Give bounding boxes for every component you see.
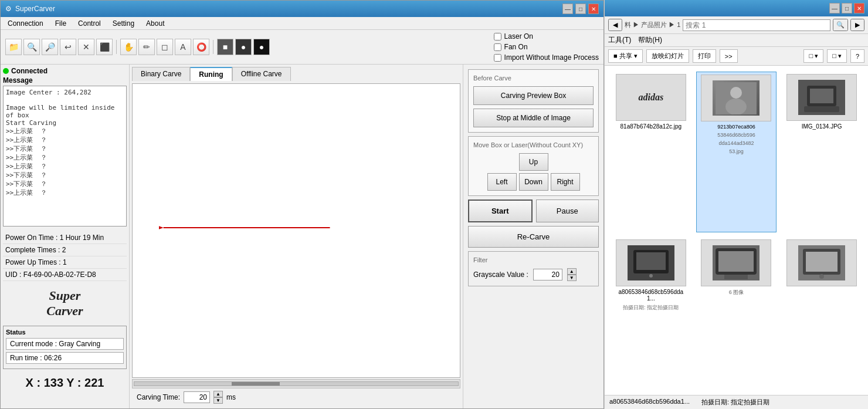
maximize-button[interactable]: □ <box>575 4 586 14</box>
fb-search-btn[interactable]: 🔍 <box>833 19 848 31</box>
toolbar-dot2[interactable]: ● <box>253 39 270 55</box>
fb-search-input[interactable] <box>683 19 830 31</box>
fb-close-btn[interactable]: ✕ <box>854 3 864 13</box>
toolbar: 📁 🔍 🔎 ↩ ✕ ⬛ ✋ ✏ ◻ A ⭕ ■ ● ● <box>5 39 482 55</box>
fb-path-label: 料 ▶ 产品照片 ▶ 1 <box>625 21 680 29</box>
import-without-checkbox[interactable]: Import Without Image Process <box>494 53 599 62</box>
fb-slideshow-btn[interactable]: 放映幻灯片 <box>646 49 689 63</box>
carving-preview-btn[interactable]: Carving Preview Box <box>473 86 594 105</box>
recarve-button[interactable]: Re-Carve <box>468 226 599 248</box>
fb-help-btn[interactable]: ? <box>850 49 864 63</box>
app-icon: ⚙ <box>5 5 12 13</box>
fb-share-btn[interactable]: ■ 共享 ▾ <box>608 49 643 63</box>
laser-on-input[interactable] <box>494 33 501 40</box>
toolbar-pencil[interactable]: ✏ <box>138 39 155 55</box>
fb-item-6[interactable] <box>781 237 862 389</box>
status-group-label: Status <box>6 329 124 336</box>
close-button[interactable]: ✕ <box>588 4 599 14</box>
grayscale-label: Grayscale Value : <box>473 271 528 279</box>
carving-time-input[interactable] <box>184 391 210 403</box>
laser-on-checkbox[interactable]: Laser On <box>494 32 599 40</box>
menu-about[interactable]: About <box>141 18 169 29</box>
fb-item-3[interactable]: IMG_0134.JPG <box>781 72 862 232</box>
fan-on-input[interactable] <box>494 43 501 51</box>
checkbox-area: Laser On Fan On Import Without Image Pro… <box>494 32 599 62</box>
fb-forward-btn[interactable]: ▶ <box>850 19 864 31</box>
toolbar-zoom-in[interactable]: 🔍 <box>23 39 40 55</box>
center-panel: Binary Carve Runing Offline Carve <box>130 65 463 408</box>
toolbar-hand[interactable]: ✋ <box>120 39 137 55</box>
fb-view-btn2[interactable]: □ ▾ <box>827 49 847 63</box>
menu-connection[interactable]: Connection <box>3 18 48 29</box>
toolbar-sq1[interactable]: ■ <box>217 39 233 55</box>
message-container: Image Center : 264,282 Image will be lim… <box>3 86 127 228</box>
fb-item-2[interactable]: 9213b07eca806 53846d68cb596 dda144ad3482… <box>696 72 777 232</box>
tabs: Binary Carve Runing Offline Carve <box>132 67 460 81</box>
fb-item-name-4: a80653846d68cb596dda1... <box>616 289 686 302</box>
fb-maximize-btn[interactable]: □ <box>842 3 852 13</box>
connected-indicator <box>3 68 9 74</box>
fb-image-grid: adidas 81a87b674b28a12c.jpg 9213b07e <box>605 66 868 395</box>
message-box[interactable]: Image Center : 264,282 Image will be lim… <box>3 86 127 227</box>
logo: Super Carver <box>3 288 127 319</box>
title-bar: ⚙ SuperCarver — □ ✕ <box>1 1 603 17</box>
toolbar-save[interactable]: ⬛ <box>96 39 113 55</box>
grayscale-input[interactable] <box>533 269 562 280</box>
fb-back-btn[interactable]: ◀ <box>608 19 622 31</box>
toolbar-open[interactable]: 📁 <box>5 39 22 55</box>
red-arrow <box>159 216 339 239</box>
toolbar-dot1[interactable]: ● <box>235 39 252 55</box>
fb-view-btn1[interactable]: □ ▾ <box>803 49 823 63</box>
right-panel: Before Carve Carving Preview Box Stop at… <box>463 65 603 408</box>
grayscale-up[interactable]: ▲ <box>567 268 577 275</box>
fan-on-checkbox[interactable]: Fan On <box>494 43 599 51</box>
grayscale-down[interactable]: ▼ <box>567 275 577 281</box>
xy-display: X : 133 Y : 221 <box>3 376 127 390</box>
down-button[interactable]: Down <box>519 173 548 191</box>
info-section: Power On Time : 1 Hour 19 Min Complete T… <box>3 232 127 281</box>
right-button[interactable]: Right <box>551 173 580 191</box>
fb-item-5[interactable]: 6 图像 <box>696 237 777 389</box>
tab-runing[interactable]: Runing <box>190 67 232 81</box>
toolbar-eraser[interactable]: ◻ <box>157 39 173 55</box>
toolbar-circle[interactable]: ⭕ <box>193 39 209 55</box>
app-title: SuperCarver <box>15 5 55 13</box>
menu-setting[interactable]: Setting <box>108 18 139 29</box>
svg-point-20 <box>819 274 824 279</box>
fb-minimize-btn[interactable]: — <box>829 3 840 13</box>
fb-more-btn[interactable]: >> <box>720 49 738 63</box>
fb-menu-help[interactable]: 帮助(H) <box>638 35 662 45</box>
up-button[interactable]: Up <box>519 153 548 171</box>
filter-title: Filter <box>473 256 594 263</box>
fb-item-4[interactable]: a80653846d68cb596dda1... 拍摄日期: 指定拍摄日期 <box>611 237 691 389</box>
toolbar-zoom-out[interactable]: 🔎 <box>42 39 58 55</box>
toolbar-text[interactable]: A <box>175 39 191 55</box>
fb-item-1[interactable]: adidas 81a87b674b28a12c.jpg <box>611 72 691 232</box>
stop-at-middle-btn[interactable]: Stop at Middle of Image <box>473 109 594 127</box>
tab-offline-carve[interactable]: Offline Carve <box>232 67 291 81</box>
import-without-input[interactable] <box>494 54 501 62</box>
file-browser: — □ ✕ ◀ 料 ▶ 产品照片 ▶ 1 🔍 ▶ 工具(T) 帮助(H) ■ 共… <box>604 0 868 409</box>
logo-carver: Carver <box>3 303 127 319</box>
move-box-title: Move Box or Laser(Without Count XY) <box>473 141 594 148</box>
grayscale-spinner: ▲ ▼ <box>567 268 577 281</box>
fb-menu-tools[interactable]: 工具(T) <box>608 35 631 45</box>
toolbar-undo[interactable]: ↩ <box>60 39 76 55</box>
pause-button[interactable]: Pause <box>536 200 599 222</box>
move-box-section: Move Box or Laser(Without Count XY) Up L… <box>468 136 599 196</box>
h-scrollbar[interactable] <box>132 379 460 388</box>
complete-times: Complete Times : 2 <box>3 244 127 256</box>
left-button[interactable]: Left <box>487 173 517 191</box>
carving-time-down[interactable]: ▼ <box>213 397 223 404</box>
start-button[interactable]: Start <box>468 200 533 222</box>
tab-binary-carve[interactable]: Binary Carve <box>132 67 190 81</box>
minimize-button[interactable]: — <box>562 4 573 14</box>
carving-time-up[interactable]: ▲ <box>213 391 223 397</box>
toolbar-delete[interactable]: ✕ <box>78 39 94 55</box>
canvas-area[interactable] <box>132 83 460 378</box>
menu-file[interactable]: File <box>50 18 71 29</box>
fb-print-btn[interactable]: 打印 <box>693 49 716 63</box>
status-group: Status Current mode : Gray Carving Run t… <box>3 326 127 369</box>
menu-control[interactable]: Control <box>73 18 106 29</box>
fb-menu-bar: 工具(T) 帮助(H) <box>605 34 868 47</box>
